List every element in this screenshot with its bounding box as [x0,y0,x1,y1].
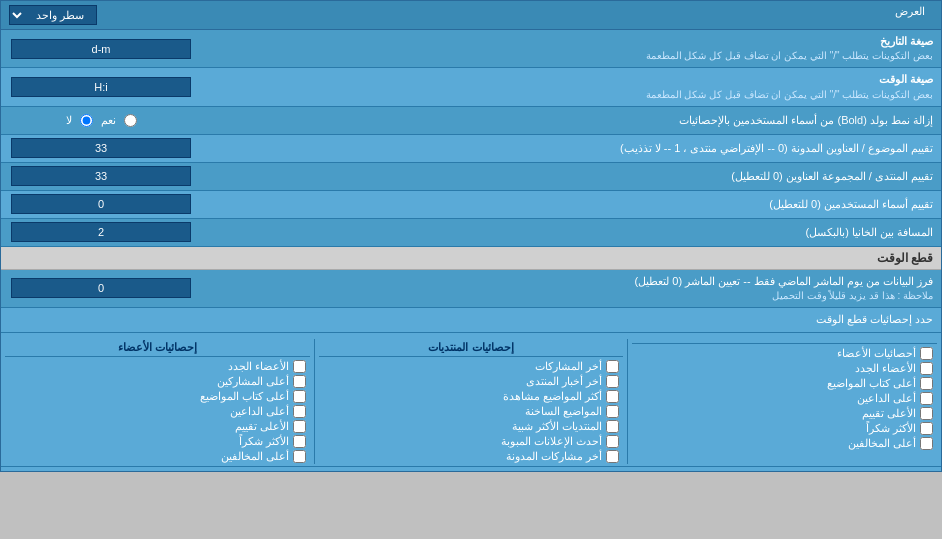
stats-checkbox-1-1[interactable] [920,362,933,375]
list-item: الأعلى تقييم [5,419,310,434]
stats-checkbox-2-5[interactable] [606,435,619,448]
list-item: الأعلى تقييم [632,406,937,421]
list-item: أخر أخبار المنتدى [319,374,624,389]
cut-time-input-cell [1,275,201,301]
stats-checkbox-2-1[interactable] [606,375,619,388]
list-item: الأعضاء الجدد [5,359,310,374]
list-item: الأكثر شكراً [632,421,937,436]
cut-section-header: قطع الوقت [1,247,941,270]
list-item: أعلى المشاركين [5,374,310,389]
users-order-input[interactable] [11,194,191,214]
list-item: أحصائيات الأعضاء [632,346,937,361]
stats-grid-section: أحصائيات الأعضاء الأعضاء الجدد أعلى كتاب… [1,333,941,471]
stats-checkbox-2-2[interactable] [606,390,619,403]
bold-remove-label: إزالة نمط بولد (Bold) من أسماء المستخدمي… [201,109,941,132]
gap-input-cell [1,219,201,245]
stats-col-3-header: إحصائيات الأعضاء [5,339,310,357]
bold-no-radio[interactable] [80,114,93,127]
list-item: المواضيع الساخنة [319,404,624,419]
stats-checkbox-1-6[interactable] [920,437,933,450]
stats-checkbox-3-2[interactable] [293,390,306,403]
list-item: الأكثر شكراً [5,434,310,449]
list-item: أعلى كتاب المواضيع [5,389,310,404]
stats-checkbox-3-6[interactable] [293,450,306,463]
stats-checkbox-1-3[interactable] [920,392,933,405]
stats-limit-empty [1,317,201,323]
stats-col-2-header: إحصائيات المنتديات [319,339,624,357]
field-label: العرض [97,5,933,25]
bold-remove-input-cell: نعم لا [1,111,201,130]
stats-checkbox-1-0[interactable] [920,347,933,360]
date-format-label: صيغة التاريخ بعض التكوينات يتطلب "/" الت… [201,30,941,67]
col-divider-1 [627,339,628,464]
stats-checkbox-2-4[interactable] [606,420,619,433]
users-order-input-cell [1,191,201,217]
bold-no-label: لا [66,114,72,127]
time-format-input[interactable] [11,77,191,97]
list-item: أعلى الداعين [632,391,937,406]
topics-order-label: تقييم الموضوع / العناوين المدونة (0 -- ا… [201,137,941,160]
stats-limit-label: حدد إحصائيات قطع الوقت [201,308,941,331]
gap-label: المسافة بين الخانيا (بالبكسل) [201,221,941,244]
stats-checkbox-3-5[interactable] [293,435,306,448]
bold-yes-label: نعم [101,114,116,127]
list-item: أحدث الإعلانات المبوبة [319,434,624,449]
stats-checkbox-2-3[interactable] [606,405,619,418]
users-order-label: تقييم أسماء المستخدمين (0 للتعطيل) [201,193,941,216]
time-format-label: صيغة الوقت بعض التكوينات يتطلب "/" التي … [201,68,941,105]
rows-select[interactable]: سطر واحدسطرينثلاثة أسطر [9,5,97,25]
list-item: أكثر المواضيع مشاهدة [319,389,624,404]
list-item: أخر المشاركات [319,359,624,374]
list-item: المنتديات الأكثر شبية [319,419,624,434]
list-item: أخر مشاركات المدونة [319,449,624,464]
topics-order-input-cell [1,135,201,161]
cut-time-label: فرز البيانات من يوم الماشر الماضي فقط --… [201,270,941,307]
forum-order-input[interactable] [11,166,191,186]
stats-col-1-header [632,339,937,344]
stats-col-3: إحصائيات الأعضاء الأعضاء الجدد أعلى المش… [1,339,314,464]
stats-col-2: إحصائيات المنتديات أخر المشاركات أخر أخب… [315,339,628,464]
gap-input[interactable] [11,222,191,242]
list-item: أعلى المخالفين [632,436,937,451]
stats-checkbox-1-2[interactable] [920,377,933,390]
stats-checkbox-3-0[interactable] [293,360,306,373]
forum-order-label: تقييم المنتدى / المجموعة العناوين (0 للت… [201,165,941,188]
stats-checkbox-2-6[interactable] [606,450,619,463]
date-format-input[interactable] [11,39,191,59]
stats-checkbox-1-4[interactable] [920,407,933,420]
stats-checkbox-3-1[interactable] [293,375,306,388]
list-item: الأعضاء الجدد [632,361,937,376]
stats-col-1: أحصائيات الأعضاء الأعضاء الجدد أعلى كتاب… [628,339,941,464]
list-item: أعلى الداعين [5,404,310,419]
topics-order-input[interactable] [11,138,191,158]
list-item: أعلى كتاب المواضيع [632,376,937,391]
col-divider-2 [314,339,315,464]
list-item: أعلى المخالفين [5,449,310,464]
time-format-input-cell [1,74,201,100]
stats-checkbox-3-4[interactable] [293,420,306,433]
forum-order-input-cell [1,163,201,189]
cut-time-input[interactable] [11,278,191,298]
stats-checkbox-2-0[interactable] [606,360,619,373]
stats-checkbox-3-3[interactable] [293,405,306,418]
bold-yes-radio[interactable] [124,114,137,127]
date-format-input-cell [1,36,201,62]
stats-checkbox-1-5[interactable] [920,422,933,435]
